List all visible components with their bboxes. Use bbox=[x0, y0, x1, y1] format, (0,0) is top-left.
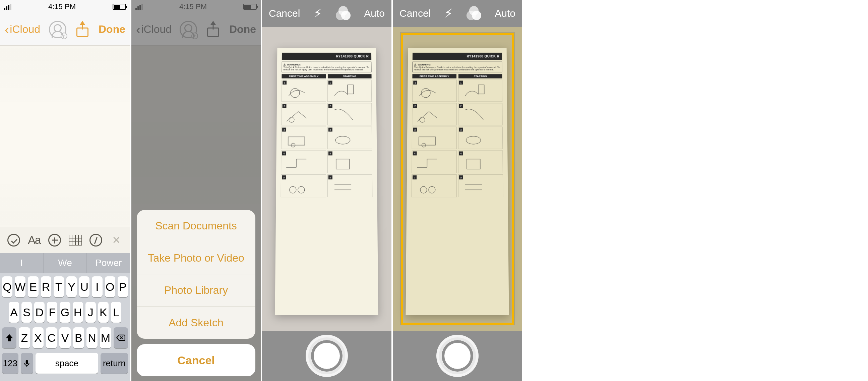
key-delete[interactable] bbox=[114, 327, 128, 348]
signal-icon bbox=[4, 4, 11, 10]
mic-icon bbox=[23, 359, 31, 368]
share-icon[interactable] bbox=[76, 22, 89, 37]
key-row-1: Q W E R T Y U I O P bbox=[2, 276, 128, 297]
camera-viewfinder: RY141900 QUICK R WARNING: This Quick Ref… bbox=[393, 27, 522, 331]
key-o[interactable]: O bbox=[105, 276, 115, 297]
key-r[interactable]: R bbox=[41, 276, 51, 297]
shutter-button[interactable] bbox=[439, 338, 476, 374]
predictive-2[interactable]: We bbox=[43, 253, 87, 273]
markup-icon[interactable] bbox=[89, 233, 103, 247]
cancel-button[interactable]: Cancel bbox=[400, 8, 431, 19]
document-preview: RY141900 QUICK R WARNING: This Quick Ref… bbox=[275, 48, 378, 316]
camera-viewfinder: RY141900 QUICK R WARNING: This Quick Ref… bbox=[262, 27, 392, 331]
notes-nav-bar: ‹ iCloud + Done bbox=[0, 13, 130, 46]
scanner-bottom-bar bbox=[393, 331, 522, 381]
key-d[interactable]: D bbox=[34, 302, 44, 323]
key-y[interactable]: Y bbox=[66, 276, 77, 297]
add-attachment-icon[interactable] bbox=[48, 233, 62, 247]
notes-format-toolbar: Aa × bbox=[0, 227, 130, 253]
cancel-button[interactable]: Cancel bbox=[269, 8, 300, 19]
predictive-1[interactable]: I bbox=[0, 253, 43, 273]
key-k[interactable]: K bbox=[98, 302, 108, 323]
key-row-2: A S D F G H J K L bbox=[2, 302, 128, 323]
key-row-3: Z X C V B N M bbox=[2, 327, 128, 348]
predictive-bar: I We Power bbox=[0, 253, 130, 273]
done-button[interactable]: Done bbox=[98, 23, 125, 35]
auto-mode-button[interactable]: Auto bbox=[364, 8, 385, 19]
key-f[interactable]: F bbox=[47, 302, 57, 323]
key-e[interactable]: E bbox=[28, 276, 38, 297]
key-j[interactable]: J bbox=[86, 302, 96, 323]
action-cancel[interactable]: Cancel bbox=[137, 344, 255, 376]
key-p[interactable]: P bbox=[118, 276, 128, 297]
key-a[interactable]: A bbox=[9, 302, 19, 323]
back-label: iCloud bbox=[10, 23, 40, 35]
svg-point-1 bbox=[290, 89, 300, 97]
key-c[interactable]: C bbox=[46, 327, 57, 348]
key-m[interactable]: M bbox=[100, 327, 111, 348]
key-i[interactable]: I bbox=[92, 276, 102, 297]
action-add-sketch[interactable]: Add Sketch bbox=[137, 306, 255, 339]
doc-section-1: FIRST TIME ASSEMBLY bbox=[282, 75, 326, 79]
color-filter-icon[interactable] bbox=[466, 6, 481, 21]
add-people-icon[interactable]: + bbox=[49, 21, 66, 38]
action-sheet-options: Scan Documents Take Photo or Video Photo… bbox=[137, 210, 255, 339]
flash-icon[interactable]: ⚡︎ bbox=[314, 6, 322, 21]
svg-point-9 bbox=[298, 186, 305, 193]
doc-section-2: STARTING bbox=[328, 75, 372, 79]
flash-icon[interactable]: ⚡︎ bbox=[444, 6, 453, 21]
shift-icon bbox=[5, 333, 14, 343]
chevron-left-icon: ‹ bbox=[5, 23, 9, 36]
predictive-3[interactable]: Power bbox=[87, 253, 130, 273]
key-q[interactable]: Q bbox=[2, 276, 12, 297]
svg-point-8 bbox=[289, 186, 296, 193]
status-time: 4:15 PM bbox=[48, 2, 76, 11]
key-s[interactable]: S bbox=[22, 302, 32, 323]
key-n[interactable]: N bbox=[87, 327, 97, 348]
table-icon[interactable] bbox=[68, 233, 83, 247]
detected-document-frame bbox=[401, 33, 514, 325]
color-filter-icon[interactable] bbox=[336, 6, 350, 21]
key-z[interactable]: Z bbox=[19, 327, 30, 348]
svg-rect-4 bbox=[288, 137, 305, 145]
svg-point-6 bbox=[336, 136, 350, 144]
action-take-photo[interactable]: Take Photo or Video bbox=[137, 242, 255, 274]
auto-mode-button[interactable]: Auto bbox=[495, 8, 516, 19]
key-v[interactable]: V bbox=[59, 327, 70, 348]
checklist-icon[interactable] bbox=[7, 233, 21, 247]
key-space[interactable]: space bbox=[35, 353, 98, 374]
key-t[interactable]: T bbox=[54, 276, 64, 297]
scanner-top-bar: Cancel ⚡︎ Auto bbox=[393, 0, 522, 27]
key-g[interactable]: G bbox=[60, 302, 70, 323]
back-button[interactable]: ‹ iCloud bbox=[5, 23, 40, 36]
key-h[interactable]: H bbox=[73, 302, 83, 323]
svg-point-3 bbox=[289, 117, 294, 123]
status-bar: 4:15 PM bbox=[0, 0, 130, 13]
action-photo-library[interactable]: Photo Library bbox=[137, 274, 255, 306]
svg-rect-0 bbox=[26, 360, 28, 364]
key-return[interactable]: return bbox=[100, 353, 128, 374]
doc-model: RY141900 QUICK R bbox=[282, 53, 371, 60]
svg-rect-2 bbox=[347, 85, 353, 94]
key-b[interactable]: B bbox=[73, 327, 84, 348]
key-x[interactable]: X bbox=[32, 327, 43, 348]
key-w[interactable]: W bbox=[15, 276, 26, 297]
shutter-button[interactable] bbox=[308, 338, 345, 374]
key-123[interactable]: 123 bbox=[2, 353, 19, 374]
svg-rect-7 bbox=[336, 159, 349, 169]
key-shift[interactable] bbox=[2, 327, 17, 348]
attachment-action-sheet: Scan Documents Take Photo or Video Photo… bbox=[137, 210, 255, 376]
doc-warning-text: This Quick Reference Guide is not a subs… bbox=[283, 66, 369, 71]
note-editor[interactable] bbox=[0, 46, 130, 227]
doc-steps-grid: 1 1 2 2 3 3 4 4 5 5 bbox=[281, 80, 373, 198]
keyboard: Q W E R T Y U I O P A S D F G H J K L bbox=[0, 273, 130, 381]
key-dictate[interactable] bbox=[21, 353, 33, 374]
key-l[interactable]: L bbox=[111, 302, 121, 323]
battery-icon bbox=[113, 4, 126, 10]
scanner-bottom-bar bbox=[262, 331, 392, 381]
action-scan-documents[interactable]: Scan Documents bbox=[137, 210, 255, 242]
key-u[interactable]: U bbox=[79, 276, 90, 297]
dismiss-keyboard-icon[interactable]: × bbox=[109, 233, 123, 247]
backspace-icon bbox=[116, 333, 125, 343]
text-format-icon[interactable]: Aa bbox=[27, 233, 41, 247]
